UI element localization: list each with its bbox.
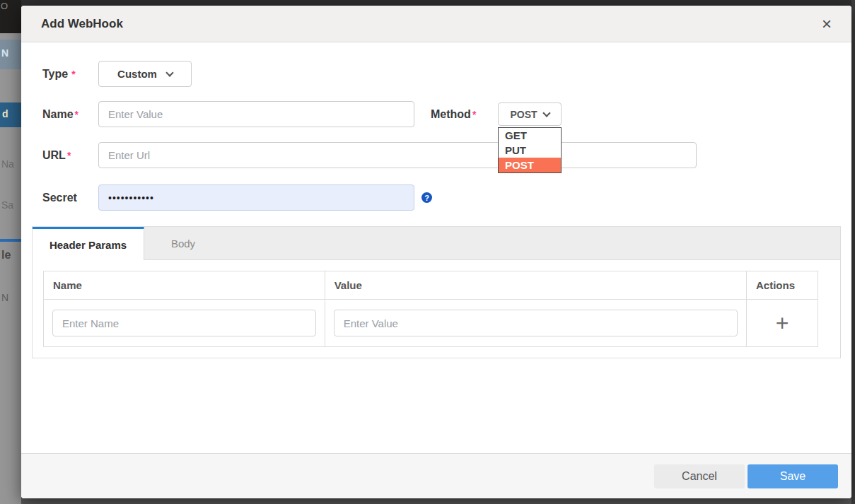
add-param-icon[interactable]: +	[776, 312, 789, 334]
method-option-post[interactable]: POST	[499, 158, 561, 172]
params-table: Name Value Actions +	[43, 271, 818, 347]
name-label-text: Name	[42, 108, 74, 120]
tab-header-params[interactable]: Header Params	[33, 227, 144, 260]
dialog-title: Add WebHook	[41, 17, 123, 31]
chevron-down-icon	[542, 109, 550, 117]
param-name-input[interactable]	[52, 310, 316, 336]
params-card: Header Params Body Name Value Actions	[32, 226, 841, 358]
background-page-left: O N d Na Sa le N	[0, 0, 21, 504]
dialog-body: Type* Custom Name* Method* POST	[21, 42, 851, 453]
method-select[interactable]: POST	[498, 102, 562, 126]
save-button[interactable]: Save	[748, 464, 838, 488]
background-fragment: N	[0, 292, 21, 303]
secret-input[interactable]	[98, 184, 414, 211]
param-value-cell	[325, 300, 746, 347]
param-name-cell	[44, 300, 325, 347]
url-label: URL*	[42, 149, 98, 162]
method-dropdown-menu: GET PUT POST	[498, 127, 562, 173]
type-row: Type* Custom	[42, 61, 830, 87]
background-fragment	[0, 239, 21, 242]
url-label-text: URL	[42, 149, 66, 161]
type-label: Type*	[42, 68, 98, 81]
cancel-button[interactable]: Cancel	[654, 464, 745, 488]
column-header-name: Name	[44, 271, 325, 300]
dialog-footer: Cancel Save	[21, 453, 851, 498]
table-row: +	[44, 300, 818, 347]
dialog-header: Add WebHook ×	[21, 6, 851, 42]
param-actions-cell: +	[747, 300, 818, 347]
chevron-down-icon	[165, 69, 173, 76]
required-asterisk: *	[472, 109, 476, 120]
column-header-actions: Actions	[747, 271, 818, 300]
method-option-put[interactable]: PUT	[499, 143, 561, 158]
background-fragment: Na	[0, 158, 21, 170]
method-select-value: POST	[510, 109, 537, 120]
type-select[interactable]: Custom	[98, 61, 192, 87]
name-row: Name* Method* POST GET PUT POST	[42, 101, 830, 127]
add-webhook-dialog: Add WebHook × Type* Custom Name* Method*	[21, 6, 851, 498]
background-fragment: N	[0, 40, 21, 69]
name-input[interactable]	[98, 101, 414, 127]
secret-row: Secret ?	[42, 184, 830, 211]
close-icon[interactable]: ×	[822, 16, 832, 33]
table-header-row: Name Value Actions	[44, 271, 818, 300]
secret-label: Secret	[42, 192, 98, 204]
tab-content: Name Value Actions +	[33, 260, 840, 358]
background-fragment: O	[0, 0, 21, 33]
method-option-get[interactable]: GET	[499, 128, 561, 143]
type-label-text: Type	[42, 68, 68, 80]
type-select-value: Custom	[117, 68, 157, 80]
url-input[interactable]	[98, 142, 697, 168]
background-fragment: Sa	[0, 199, 21, 211]
background-fragment: d	[0, 102, 21, 127]
background-fragment: le	[0, 249, 21, 262]
method-select-wrap: POST GET PUT POST	[498, 102, 562, 126]
method-label-text: Method	[431, 108, 471, 120]
name-label: Name*	[42, 108, 98, 121]
required-asterisk: *	[75, 109, 78, 120]
column-header-value: Value	[325, 271, 746, 300]
required-asterisk: *	[67, 150, 71, 161]
help-icon[interactable]: ?	[421, 192, 432, 203]
background-page-right	[851, 0, 855, 504]
url-row: URL*	[42, 142, 830, 168]
background-page-bottom	[0, 498, 855, 504]
param-value-input[interactable]	[334, 310, 738, 336]
required-asterisk: *	[71, 69, 75, 80]
tab-strip: Header Params Body	[33, 227, 840, 260]
tab-body[interactable]: Body	[144, 227, 222, 260]
method-label: Method*	[431, 108, 498, 121]
